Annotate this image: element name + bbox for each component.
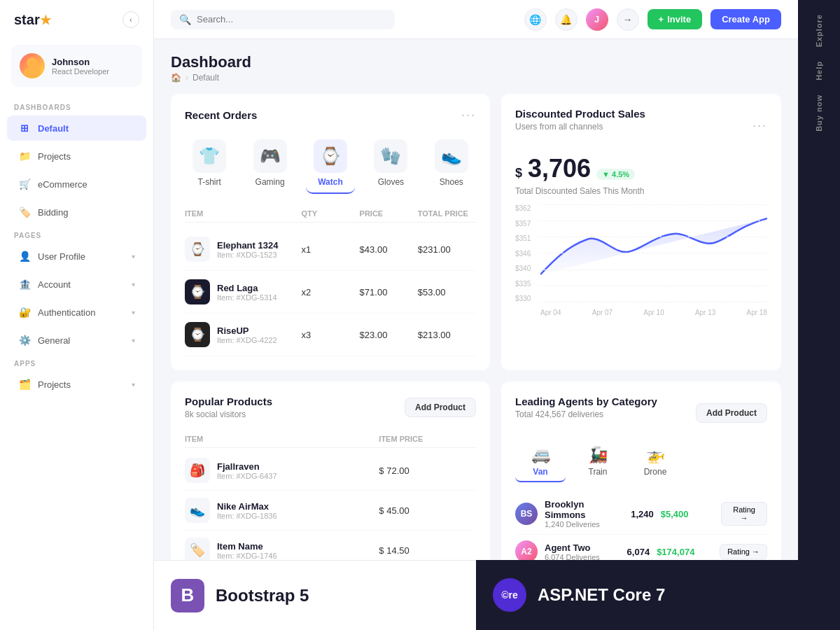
van-icon: 🚐: [531, 446, 550, 464]
user-name: Johnson: [52, 57, 109, 67]
chevron-down-icon: ▾: [132, 337, 135, 344]
sidebar-item-bidding[interactable]: 🏷️ Bidding: [7, 200, 146, 225]
asp-promo[interactable]: ©re ASP.NET Core 7: [476, 560, 798, 630]
status-badge: ▼ 4.5%: [596, 169, 635, 180]
order-tabs: 👕 T-shirt 🎮 Gaming ⌚ Watch 🧤 Gloves: [185, 134, 476, 194]
item-icon: 🏷️: [185, 538, 210, 563]
col-item: ITEM: [185, 209, 301, 218]
tab-gaming-label: Gaming: [255, 177, 285, 187]
tab-watch-label: Watch: [318, 177, 343, 187]
home-icon: 🏠: [171, 73, 181, 83]
discounted-sales-card: Discounted Product Sales Users from all …: [501, 94, 781, 370]
projects-app-icon: 🗂️: [18, 378, 31, 391]
tab-gaming[interactable]: 🎮 Gaming: [245, 134, 294, 194]
discounted-sales-subtitle: Users from all channels: [515, 122, 645, 132]
agent-count: 1,240: [631, 509, 654, 519]
tab-van[interactable]: 🚐 Van: [515, 442, 566, 482]
user-card[interactable]: Johnson React Developer: [11, 45, 142, 87]
sidebar-item-ecommerce[interactable]: 🛒 eCommerce: [7, 172, 146, 197]
dashboard-icon: ⊞: [18, 122, 31, 134]
table-row: ⌚ Red Laga Item: #XDG-5314 x2 $71.00 $53…: [185, 271, 476, 314]
list-item: 🎒 Fjallraven Item: #XDG-6437 $ 72.00: [185, 451, 476, 491]
agent-name: Brooklyn Simmons: [545, 499, 624, 520]
tab-tshirt[interactable]: 👕 T-shirt: [185, 134, 234, 194]
recent-orders-card: Recent Orders ··· 👕 T-shirt 🎮 Gaming ⌚: [171, 94, 490, 370]
breadcrumb: 🏠 › Default: [171, 73, 251, 83]
item-icon: ⌚: [185, 322, 210, 347]
train-icon: 🚂: [589, 446, 608, 464]
rating-button[interactable]: Rating →: [721, 502, 767, 526]
tab-drone[interactable]: 🚁 Drone: [630, 442, 680, 482]
page-title: Dashboard: [171, 53, 251, 71]
topbar-actions: 🌐 🔔 J → + Invite Create App: [524, 8, 781, 31]
sidebar-item-general[interactable]: ⚙️ General ▾: [7, 328, 146, 353]
tab-van-label: Van: [533, 467, 547, 477]
tab-train[interactable]: 🚂 Train: [573, 442, 623, 482]
bootstrap-promo[interactable]: B Bootstrap 5: [154, 560, 476, 630]
table-row: ⌚ RiseUP Item: #XDG-4222 x3 $23.00 $213.…: [185, 314, 476, 356]
svg-point-1: [24, 67, 41, 78]
dashboards-section-label: DASHBOARDS: [0, 98, 153, 114]
user-profile-icon: 👤: [18, 250, 31, 262]
item-id: Item: #XDG-6437: [217, 472, 277, 480]
rating-button[interactable]: Rating →: [720, 544, 767, 559]
sidebar-toggle-button[interactable]: ‹: [122, 11, 139, 28]
discount-menu-button[interactable]: ···: [752, 118, 767, 133]
sidebar-item-authentication[interactable]: 🔐 Authentication ▾: [7, 300, 146, 325]
tab-watch[interactable]: ⌚ Watch: [306, 134, 355, 194]
sidebar-item-label: Authentication: [38, 307, 95, 318]
sidebar-item-account[interactable]: 🏦 Account ▾: [7, 272, 146, 297]
sidebar-item-label: Account: [38, 279, 71, 290]
breadcrumb-current: Default: [192, 73, 219, 83]
recent-orders-menu-button[interactable]: ···: [461, 108, 476, 122]
sidebar-item-label: eCommerce: [38, 179, 88, 190]
right-panel: Explore Help Buy now: [798, 0, 840, 630]
chart-body: [540, 204, 767, 302]
buynow-label[interactable]: Buy now: [815, 94, 823, 132]
topbar-globe-button[interactable]: 🌐: [524, 8, 547, 31]
tab-gloves[interactable]: 🧤 Gloves: [366, 134, 415, 194]
dollar-sign: $: [515, 166, 522, 181]
sidebar-item-label: General: [38, 335, 70, 346]
agent-avatar: BS: [515, 503, 538, 525]
item-name: RiseUP: [217, 326, 277, 336]
list-item: 👟 Nike AirMax Item: #XDG-1836 $ 45.00: [185, 491, 476, 531]
item-name: Red Laga: [217, 283, 277, 293]
promo-overlay: B Bootstrap 5 ©re ASP.NET Core 7: [154, 560, 798, 630]
agent-name: Agent Two: [545, 542, 600, 553]
agent-tabs: 🚐 Van 🚂 Train 🚁 Drone: [515, 442, 767, 482]
page-header: Dashboard 🏠 › Default: [171, 53, 781, 83]
sidebar: star★ ‹ Johnson React Developer DASHBOAR…: [0, 0, 154, 630]
explore-label[interactable]: Explore: [815, 14, 823, 47]
leading-agents-subtitle: Total 424,567 deliveries: [515, 410, 657, 419]
agent-earnings: $5,400: [661, 509, 714, 519]
tab-shoes[interactable]: 👟 Shoes: [427, 134, 476, 194]
sidebar-item-label: Default: [38, 123, 69, 134]
topbar-bell-button[interactable]: 🔔: [555, 8, 578, 31]
authentication-icon: 🔐: [18, 306, 31, 318]
search-bar[interactable]: 🔍: [171, 10, 395, 29]
chevron-down-icon: ▾: [132, 381, 135, 388]
asp-label: ASP.NET Core 7: [538, 585, 665, 605]
add-agent-product-button[interactable]: Add Product: [696, 403, 767, 423]
search-icon: 🔍: [179, 14, 191, 25]
sidebar-item-user-profile[interactable]: 👤 User Profile ▾: [7, 244, 146, 269]
sidebar-item-projects[interactable]: 📁 Projects: [7, 144, 146, 169]
projects-icon: 📁: [18, 150, 31, 162]
item-name: Fjallraven: [217, 461, 277, 472]
item-icon: ⌚: [185, 279, 210, 304]
sidebar-item-default[interactable]: ⊞ Default: [7, 115, 146, 141]
item-name: Elephant 1324: [217, 240, 278, 251]
create-app-button[interactable]: Create App: [710, 9, 781, 29]
sidebar-item-projects-app[interactable]: 🗂️ Projects ▾: [7, 372, 146, 397]
agent-row: BS Brooklyn Simmons 1,240 Deliveries 1,2…: [515, 493, 767, 535]
invite-button[interactable]: + Invite: [648, 9, 703, 29]
topbar: 🔍 🌐 🔔 J → + Invite Create App: [154, 0, 798, 39]
help-label[interactable]: Help: [815, 61, 823, 80]
item-total: $53.00: [418, 287, 476, 298]
topbar-arrow-button[interactable]: →: [617, 8, 639, 31]
user-role: React Developer: [52, 67, 109, 76]
search-input[interactable]: [197, 14, 386, 24]
add-product-button[interactable]: Add Product: [405, 398, 476, 417]
topbar-avatar[interactable]: J: [586, 8, 608, 31]
